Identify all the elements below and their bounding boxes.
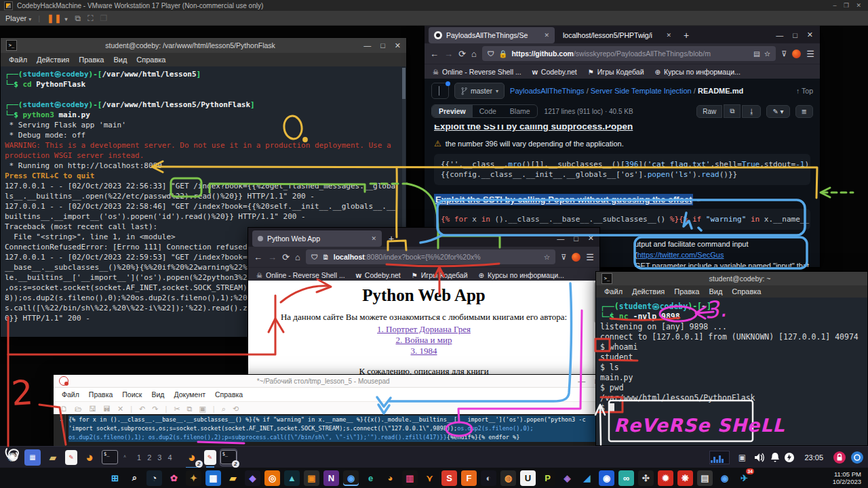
maximize-button[interactable]: □ — [380, 41, 385, 49]
bookmark-codeby[interactable]: wCodeby.net — [532, 68, 577, 76]
code-block-subprocess[interactable]: {{''.__class__.mro()[1].__subclasses__()… — [434, 154, 810, 185]
tab-blame[interactable]: Blame — [503, 105, 537, 117]
tab-code[interactable]: Code — [473, 105, 503, 117]
terminal2-titlebar[interactable]: >_ student@codeby: ~ — [596, 272, 867, 285]
pocket-icon[interactable]: ⊽ — [781, 49, 787, 58]
outline-icon[interactable]: ≣ — [795, 105, 813, 118]
cpu-graph[interactable] — [709, 451, 730, 464]
notification-bell-icon[interactable] — [770, 452, 780, 463]
minimize-button[interactable]: — — [363, 41, 371, 49]
menu-item[interactable]: Действия — [33, 54, 73, 65]
terminal2-output[interactable]: ┌──(student㉿codeby)-[~]└─$ nc -nvlp 9898… — [596, 299, 867, 445]
open-firefox-window-button[interactable]: ◕2 — [184, 449, 200, 466]
replace-icon[interactable]: ⟲ — [233, 405, 239, 413]
menu-item[interactable]: Поиск — [118, 390, 146, 399]
cut-icon[interactable]: ✂ — [174, 405, 180, 413]
edge-icon[interactable]: e — [363, 470, 378, 486]
unreal-icon[interactable]: U — [520, 470, 536, 486]
firefox-launcher-icon[interactable]: ◕ — [81, 449, 98, 466]
link-chain-icon[interactable]: ⌁ — [696, 196, 701, 204]
new-tab-button[interactable]: + — [384, 233, 398, 244]
copy-icon[interactable]: ⧉ — [187, 405, 193, 413]
menu-item[interactable]: Правка — [75, 54, 108, 65]
pycharm-icon[interactable]: P — [540, 470, 555, 486]
twitter-link[interactable]: https://twitter.com/SecGus — [637, 251, 724, 259]
bookmark-courses[interactable]: ⊕Курсы по информаци... — [479, 271, 564, 279]
firefox-icon[interactable]: ◕ — [382, 470, 398, 486]
menu-item[interactable]: Файл — [58, 390, 83, 399]
bookmark-reverse-shell[interactable]: ☠Online - Reverse Shell ... — [256, 271, 345, 279]
tab-close-icon[interactable]: ✕ — [666, 32, 671, 39]
clipboard-icon[interactable]: ▣ — [734, 449, 750, 466]
reload-button[interactable]: ⟳ — [282, 252, 290, 262]
maximize-button[interactable]: □ — [574, 235, 578, 243]
copy-raw-icon[interactable]: ⧉ — [724, 104, 741, 118]
forward-button[interactable]: → — [444, 49, 453, 59]
pause-vm-button[interactable]: ❚❚ ▾ — [47, 14, 68, 23]
bookmark-star-icon[interactable]: ☆ — [544, 253, 550, 261]
minimize-button[interactable]: — — [776, 31, 783, 39]
save-icon[interactable]: 🖫 — [89, 405, 96, 413]
menu-item[interactable]: Действия — [628, 286, 669, 297]
home-button[interactable]: ⌂ — [471, 49, 477, 59]
kali-clock[interactable]: 23:05 — [804, 453, 823, 462]
home-button[interactable]: ⌂ — [295, 252, 300, 262]
file-explorer-icon[interactable]: ▰ — [225, 470, 241, 486]
forward-button[interactable]: → — [268, 252, 277, 262]
tab-python-web-app[interactable]: Python Web App ✕ — [252, 230, 382, 247]
edit-pencil-icon[interactable]: ✎ ▾ — [766, 105, 789, 118]
vmware-icon[interactable]: ▣ — [304, 470, 319, 486]
menu-item[interactable]: Вид — [705, 286, 726, 297]
heading-subprocess-popen[interactable]: Exploit the SSTI by calling subprocess.P… — [434, 125, 810, 131]
close-button[interactable]: ✕ — [588, 234, 594, 243]
onenote-icon[interactable]: N — [323, 470, 339, 486]
panel-expand-icon[interactable]: ＾ — [122, 453, 127, 461]
3d-viewer-icon[interactable]: ▲ — [284, 470, 300, 486]
fullscreen-icon[interactable]: ⛶ — [87, 14, 93, 23]
menu-item[interactable]: Вид — [147, 390, 168, 399]
bookmark-courses[interactable]: ⊕Курсы по информаци... — [655, 68, 741, 76]
shield-icon[interactable]: 🛡 — [488, 49, 495, 58]
folder-icon[interactable]: ▰ — [45, 449, 61, 466]
menu-item[interactable]: Файл — [600, 286, 627, 297]
telegram-icon[interactable]: ✈34 — [736, 470, 752, 486]
workspace-switcher[interactable]: 1 2 3 4 — [137, 453, 174, 462]
menu-item[interactable]: Справка — [211, 390, 247, 399]
tab-preview[interactable]: Preview — [432, 105, 473, 117]
menu-item[interactable]: Файл — [5, 54, 31, 65]
raw-button[interactable]: Raw — [696, 105, 722, 118]
chrome-profile-icon[interactable]: ◉ — [717, 470, 732, 486]
bookmark-games[interactable]: ⚑Игры Кодебай — [412, 271, 468, 279]
flower-app-icon[interactable]: ✿ — [166, 470, 182, 486]
menu-icon[interactable]: ☰ — [586, 252, 594, 262]
blender-icon[interactable]: ◍ — [500, 470, 516, 486]
paste-icon[interactable]: ▣ — [199, 405, 205, 413]
pocket-icon[interactable]: ⊽ — [561, 253, 566, 262]
vscode-icon[interactable]: ◢ — [579, 470, 595, 486]
genie-app-icon[interactable]: ✦ — [186, 470, 201, 486]
reload-button[interactable]: ⟳ — [458, 49, 466, 59]
download-icon[interactable]: ⭳ — [742, 105, 761, 118]
reader-icon[interactable]: ▤ — [753, 49, 760, 58]
vmware-window-buttons[interactable]: – ❐ ✕ — [833, 2, 864, 9]
file-manager-icon[interactable]: ▦ — [24, 449, 41, 466]
f-app-icon[interactable]: F — [461, 470, 477, 486]
menu-item[interactable]: Вид — [109, 54, 131, 65]
moth-app-icon[interactable]: ✣ — [638, 470, 654, 486]
send-ctrl-alt-del-icon[interactable]: ⧉ — [75, 14, 81, 23]
carrot-app-icon[interactable]: ⋎ — [422, 470, 437, 486]
volume-icon[interactable] — [754, 452, 766, 463]
open-file-icon[interactable]: 🗁 — [75, 405, 82, 413]
speedtest-icon[interactable]: ◔ — [146, 470, 162, 486]
bookmark-star-icon[interactable]: ☆ — [764, 49, 770, 58]
top-link[interactable]: ↑ Top — [796, 87, 813, 95]
red-gear2-icon[interactable]: ❋ — [677, 470, 693, 486]
terminal1-titlebar[interactable]: >_ student@codeby: /var/www/html/lesson5… — [1, 38, 406, 53]
new-tab-button[interactable]: + — [679, 30, 693, 41]
branch-selector[interactable]: master ▾ — [454, 83, 505, 99]
shield-icon[interactable]: 🛡 — [311, 253, 319, 261]
windows-clock[interactable]: 11:05 PM 10/2/2023 — [833, 470, 861, 485]
tab-close-icon[interactable]: ✕ — [544, 32, 549, 39]
url-bar[interactable]: 🛡 🔒 https://github.com/swisskyrepo/Paylo… — [482, 46, 776, 61]
redo-icon[interactable]: ↷ — [152, 405, 158, 413]
